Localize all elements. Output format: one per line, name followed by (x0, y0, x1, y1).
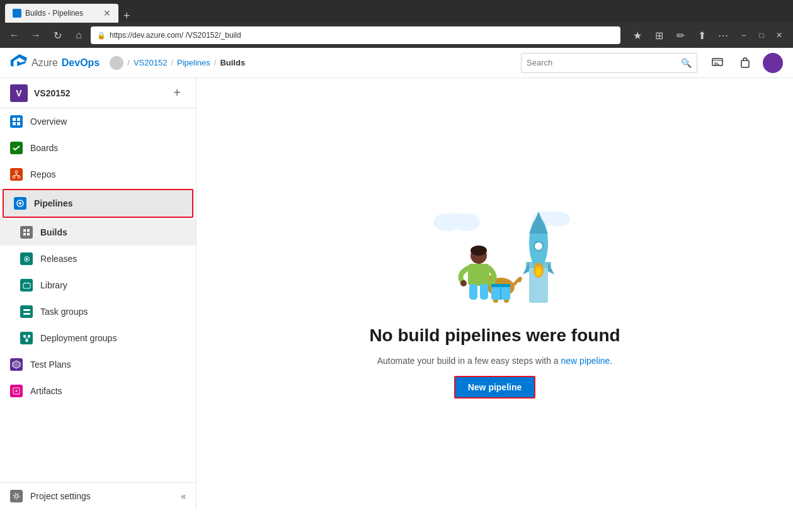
svg-point-38 (13, 493, 20, 499)
azure-text: Azure (31, 57, 58, 69)
sidebar-bottom: Project settings « (0, 482, 196, 509)
sep2: / (171, 58, 173, 67)
azure-logo-icon (10, 54, 28, 72)
breadcrumb: / VS20152 / Pipelines / Builds (110, 56, 511, 70)
sidebar-item-releases[interactable]: Releases (0, 246, 196, 272)
releases-label: Releases (40, 254, 77, 264)
user-avatar[interactable] (763, 53, 783, 73)
browser-tab[interactable]: Builds - Pipelines ✕ (5, 4, 118, 23)
org-avatar (110, 56, 123, 70)
tab-close-button[interactable]: ✕ (103, 8, 111, 18)
project-avatar: V (10, 84, 28, 102)
devops-text: DevOps (62, 57, 100, 69)
sidebar-item-test-plans[interactable]: Test Plans (0, 351, 196, 378)
svg-line-13 (14, 175, 16, 176)
pipelines-icon (14, 197, 26, 210)
svg-point-62 (471, 246, 487, 256)
new-tab-button[interactable]: + (118, 9, 135, 23)
svg-point-9 (15, 171, 18, 173)
address-text: https://dev.azure.com/ /VS20152/_build (110, 31, 241, 40)
sidebar-item-task-groups[interactable]: Task groups (0, 298, 196, 325)
new-pipeline-link[interactable]: new pipeline (561, 356, 610, 366)
svg-point-37 (15, 495, 18, 498)
sidebar-item-artifacts[interactable]: Artifacts (0, 378, 196, 404)
sidebar-item-builds[interactable]: Builds (0, 219, 196, 246)
repos-label: Repos (30, 169, 55, 179)
svg-rect-6 (17, 118, 20, 121)
svg-rect-30 (25, 339, 28, 342)
breadcrumb-pipelines[interactable]: Pipelines (177, 58, 210, 67)
main-content: V VS20152 + Overview Boards (0, 78, 793, 509)
browser-tab-bar: Builds - Pipelines ✕ + (0, 0, 793, 23)
breadcrumb-project[interactable]: VS20152 (134, 58, 168, 67)
test-plans-icon (10, 358, 23, 371)
project-name: VS20152 (34, 88, 162, 98)
notifications-icon[interactable] (707, 53, 727, 73)
top-bar-actions (707, 53, 783, 73)
overview-label: Overview (30, 116, 67, 127)
svg-rect-29 (28, 335, 30, 337)
share-button[interactable]: ⬆ (692, 26, 711, 45)
bookmark-button[interactable]: ★ (628, 26, 647, 45)
content-area: No build pipelines were found Automate y… (197, 78, 793, 509)
maximize-button[interactable]: □ (753, 26, 770, 44)
svg-rect-19 (23, 233, 26, 235)
sidebar-item-repos[interactable]: Repos (0, 161, 196, 188)
boards-icon (10, 142, 23, 154)
back-button[interactable]: ← (5, 26, 24, 45)
shopping-icon[interactable] (735, 53, 755, 73)
address-bar[interactable]: 🔒 https://dev.azure.com/ /VS20152/_build (91, 26, 620, 44)
sidebar-item-pipelines[interactable]: Pipelines (4, 190, 192, 217)
svg-rect-5 (13, 118, 16, 121)
browser-controls: ← → ↻ ⌂ 🔒 https://dev.azure.com/ /VS2015… (0, 23, 793, 48)
home-button[interactable]: ⌂ (69, 26, 88, 45)
new-pipeline-button[interactable]: New pipeline (454, 376, 536, 399)
releases-icon (20, 252, 33, 265)
extension-button[interactable]: ✏ (671, 26, 690, 45)
sep3: / (214, 58, 217, 67)
pipelines-selected-border: Pipelines (3, 189, 193, 218)
svg-rect-64 (469, 284, 477, 300)
close-button[interactable]: ✕ (770, 26, 788, 44)
lock-icon: 🔒 (97, 31, 106, 40)
search-box[interactable]: 🔍 (521, 53, 697, 73)
sidebar-item-library[interactable]: Library (0, 272, 196, 298)
sidebar-item-deployment-groups[interactable]: Deployment groups (0, 325, 196, 351)
project-settings-label: Project settings (30, 491, 91, 501)
add-project-button[interactable]: + (168, 84, 186, 102)
refresh-button[interactable]: ↻ (48, 26, 67, 45)
sidebar-item-overview[interactable]: Overview (0, 108, 196, 135)
pipelines-label: Pipelines (34, 198, 72, 208)
svg-line-31 (25, 337, 27, 339)
azure-devops-logo[interactable]: Azure DevOps (10, 54, 100, 72)
svg-point-16 (19, 202, 21, 205)
collapse-icon[interactable]: « (181, 491, 186, 501)
minimize-button[interactable]: – (735, 26, 753, 44)
tab-favicon (13, 9, 21, 18)
repos-icon (10, 168, 23, 181)
overview-icon (10, 115, 23, 128)
forward-button[interactable]: → (26, 26, 45, 45)
task-groups-icon (20, 305, 33, 318)
svg-rect-63 (468, 264, 489, 286)
svg-point-10 (13, 176, 15, 178)
more-button[interactable]: ⋯ (714, 26, 733, 45)
boards-label: Boards (30, 143, 58, 153)
hub-button[interactable]: ⊞ (649, 26, 668, 45)
svg-point-44 (547, 212, 570, 227)
svg-rect-26 (23, 309, 30, 311)
search-input[interactable] (527, 58, 677, 67)
sidebar-item-project-settings[interactable]: Project settings « (0, 483, 196, 509)
svg-rect-23 (23, 283, 30, 288)
search-icon[interactable]: 🔍 (681, 58, 692, 68)
empty-state: No build pipelines were found Automate y… (369, 190, 620, 399)
builds-label: Builds (40, 227, 67, 237)
sep1: / (127, 58, 130, 67)
svg-rect-27 (23, 313, 30, 315)
breadcrumb-builds: Builds (220, 58, 245, 67)
library-icon (20, 279, 33, 291)
empty-title: No build pipelines were found (369, 325, 620, 346)
deployment-groups-icon (20, 332, 33, 344)
sidebar-item-boards[interactable]: Boards (0, 135, 196, 161)
svg-point-41 (452, 213, 480, 231)
